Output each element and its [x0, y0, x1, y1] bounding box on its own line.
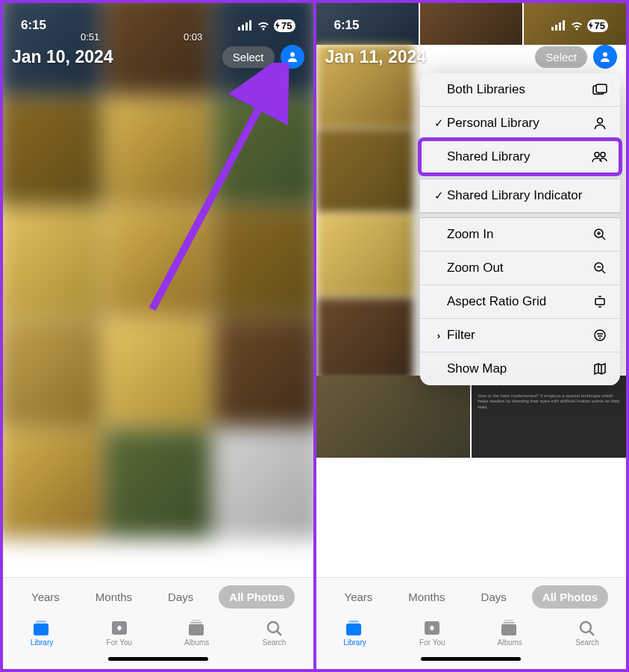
svg-point-22 [595, 152, 599, 157]
svg-line-47 [589, 631, 594, 635]
header: Jan 10, 2024 Select [3, 45, 313, 69]
status-indicators: 75 [551, 19, 608, 32]
svg-rect-40 [346, 623, 361, 635]
svg-point-46 [581, 622, 591, 632]
svg-rect-14 [551, 27, 554, 31]
library-icon [31, 619, 52, 637]
battery-indicator: 75 [274, 19, 295, 32]
segment-months[interactable]: Months [85, 585, 143, 609]
checkmark-icon: ✓ [431, 189, 447, 202]
tab-for-you[interactable]: For You [402, 619, 462, 647]
segment-years[interactable]: Years [21, 585, 70, 609]
status-bar: 6:15 75 [3, 3, 313, 42]
phone-left: 6:15 75 0:51 0:03 Jan 10, 2024 Select [3, 3, 313, 669]
phone-right: 6:15 75 Jan 11, 2024 Select [316, 3, 627, 669]
menu-shared-library-indicator[interactable]: ✓ Shared Library Indicator [420, 179, 620, 213]
segment-years[interactable]: Years [334, 585, 384, 609]
zoom-in-icon [592, 228, 608, 241]
svg-point-23 [601, 152, 605, 157]
zoom-out-icon [592, 261, 608, 275]
photo-column-left [316, 45, 413, 381]
svg-rect-7 [36, 620, 46, 623]
library-switcher-button[interactable] [593, 45, 617, 69]
svg-rect-15 [555, 25, 557, 31]
svg-line-13 [277, 631, 281, 635]
menu-zoom-out[interactable]: Zoom Out [420, 252, 620, 285]
svg-rect-17 [563, 20, 565, 31]
home-indicator[interactable] [316, 648, 627, 669]
person-group-icon [599, 51, 611, 63]
segment-days[interactable]: Days [157, 585, 204, 609]
select-button[interactable]: Select [535, 46, 587, 68]
header: Jan 11, 2024 Select [316, 45, 627, 69]
bottom-panel: Years Months Days All Photos Library For… [3, 577, 313, 669]
photo-thumbnail[interactable]: can help people read books almost twice … [472, 376, 626, 458]
svg-point-12 [268, 622, 278, 632]
tab-for-you[interactable]: For You [90, 619, 149, 647]
menu-both-libraries[interactable]: Both Libraries [420, 73, 620, 107]
tab-albums[interactable]: Albums [480, 619, 539, 647]
svg-rect-20 [596, 84, 607, 93]
photo-grid-area: 6:15 75 Jan 11, 2024 Select [316, 3, 627, 577]
select-button[interactable]: Select [222, 46, 275, 68]
tab-search[interactable]: Search [557, 619, 617, 647]
search-icon [264, 619, 285, 637]
svg-rect-45 [504, 620, 513, 621]
date-title: Jan 10, 2024 [12, 47, 113, 67]
photo-row-bottom: can help people read books almost twice … [316, 376, 627, 458]
segment-all-photos[interactable]: All Photos [532, 585, 608, 609]
status-time: 6:15 [334, 18, 360, 33]
tab-search[interactable]: Search [245, 619, 304, 647]
svg-rect-1 [242, 25, 244, 31]
tab-albums[interactable]: Albums [167, 619, 227, 647]
segment-all-photos[interactable]: All Photos [219, 585, 295, 609]
svg-line-29 [602, 270, 605, 273]
svg-point-18 [603, 52, 607, 57]
for-you-icon [422, 619, 442, 637]
svg-rect-2 [245, 22, 248, 31]
bottom-panel: Years Months Days All Photos Library For… [316, 577, 627, 669]
photo-thumbnail[interactable] [316, 376, 471, 458]
menu-shared-library[interactable]: Shared Library [420, 140, 620, 174]
segment-days[interactable]: Days [471, 585, 517, 609]
library-switcher-menu: Both Libraries ✓ Personal Library Shared… [420, 73, 620, 385]
cellular-icon [238, 20, 253, 31]
tab-library[interactable]: Library [325, 619, 384, 647]
checkmark-icon: ✓ [431, 116, 447, 130]
menu-personal-library[interactable]: ✓ Personal Library [420, 107, 620, 140]
svg-line-25 [602, 237, 605, 240]
segment-months[interactable]: Months [398, 585, 455, 609]
svg-point-34 [595, 330, 605, 340]
photo-grid-area: 6:15 75 0:51 0:03 Jan 10, 2024 Select [3, 3, 313, 577]
svg-rect-44 [503, 622, 515, 623]
view-segments: Years Months Days All Photos [316, 578, 627, 615]
person-icon [287, 51, 298, 63]
tab-library[interactable]: Library [12, 619, 72, 647]
battery-indicator: 75 [587, 19, 608, 32]
people-icon [592, 151, 608, 163]
filter-icon [592, 329, 608, 342]
photo-grid-blurred [3, 3, 313, 577]
search-icon [577, 619, 598, 637]
svg-point-4 [290, 52, 295, 57]
svg-rect-6 [34, 623, 48, 635]
albums-icon [187, 619, 207, 637]
menu-show-map[interactable]: Show Map [420, 352, 620, 385]
svg-rect-31 [595, 299, 604, 305]
library-icon [344, 619, 365, 637]
status-bar: 6:15 75 [316, 3, 627, 42]
wifi-icon [569, 20, 584, 31]
menu-filter[interactable]: › Filter [420, 319, 620, 352]
svg-rect-41 [348, 620, 359, 623]
svg-rect-43 [501, 624, 516, 635]
home-indicator[interactable] [3, 648, 313, 669]
albums-icon [499, 619, 520, 637]
cellular-icon [551, 20, 566, 31]
menu-zoom-in[interactable]: Zoom In [420, 218, 620, 252]
svg-rect-11 [192, 620, 201, 621]
chevron-right-icon: › [431, 330, 447, 341]
menu-aspect-ratio-grid[interactable]: Aspect Ratio Grid [420, 285, 620, 319]
tab-bar: Library For You Albums Search [3, 615, 313, 648]
date-title: Jan 11, 2024 [325, 47, 427, 67]
library-switcher-button[interactable] [281, 45, 304, 69]
